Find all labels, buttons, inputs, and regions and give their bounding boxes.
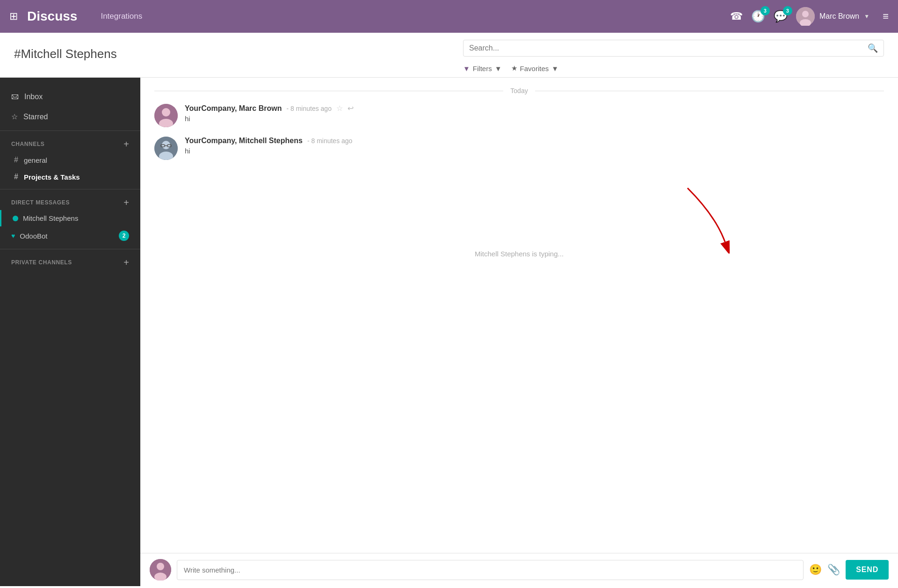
online-indicator-mitchell xyxy=(13,216,18,221)
sidebar-channel-general[interactable]: # general xyxy=(0,152,140,168)
divider-3 xyxy=(0,249,140,249)
dm-mitchell-label: Mitchell Stephens xyxy=(23,214,78,222)
dm-odoobot-label: OdooBot xyxy=(20,232,47,240)
add-dm-button[interactable]: + xyxy=(123,198,129,207)
message-time-2: - 8 minutes ago xyxy=(307,137,353,145)
typing-indicator: Mitchell Stephens is typing... xyxy=(154,250,884,258)
channel-projects-label: Projects & Tasks xyxy=(24,173,80,181)
dm-item-odoobot[interactable]: ♥ OdooBot 2 xyxy=(0,226,140,245)
date-line-right xyxy=(535,91,884,91)
chat-icon-btn[interactable]: 💬 3 xyxy=(774,10,788,23)
add-channel-button[interactable]: + xyxy=(123,139,129,149)
svg-point-7 xyxy=(162,141,170,149)
filter-icon: ▼ xyxy=(463,65,470,73)
activity-icon-btn[interactable]: 🕐 3 xyxy=(751,10,765,23)
app-title: Discuss xyxy=(27,9,77,24)
inbox-label: Inbox xyxy=(24,93,43,101)
inbox-icon: 🖂 xyxy=(11,93,19,101)
odoobot-badge: 2 xyxy=(119,231,129,241)
topnav: ⊞ Discuss Integrations ☎ 🕐 3 💬 3 Marc Br… xyxy=(0,0,898,33)
search-icon[interactable]: 🔍 xyxy=(868,43,878,53)
annotation-arrow xyxy=(659,179,753,254)
svg-point-4 xyxy=(162,108,170,116)
date-label: Today xyxy=(510,87,528,94)
emoji-button[interactable]: 🙂 xyxy=(809,564,822,576)
favorites-button[interactable]: ★ Favorites ▼ xyxy=(511,64,559,73)
private-channels-section-header: PRIVATE CHANNELS + xyxy=(0,253,140,270)
reply-icon-1[interactable]: ↩ xyxy=(348,104,354,113)
search-input[interactable] xyxy=(469,44,868,52)
dm-item-mitchell[interactable]: Mitchell Stephens xyxy=(0,210,140,226)
add-private-channel-button[interactable]: + xyxy=(123,258,129,267)
channels-section-header: CHANNELS + xyxy=(0,135,140,152)
channel-general-label: general xyxy=(24,156,47,164)
star-message-icon-1[interactable]: ☆ xyxy=(336,104,343,113)
starred-label: Starred xyxy=(23,113,48,121)
username-label: Marc Brown xyxy=(819,12,859,21)
message-row-2: YourCompany, Mitchell Stephens - 8 minut… xyxy=(154,137,884,160)
filters-button[interactable]: ▼ Filters ▼ xyxy=(463,65,502,73)
hash-icon-1: # xyxy=(14,156,18,164)
input-avatar xyxy=(150,559,171,581)
filter-row: ▼ Filters ▼ ★ Favorites ▼ xyxy=(463,64,558,73)
user-dropdown-icon: ▼ xyxy=(864,13,869,20)
filters-dropdown-icon: ▼ xyxy=(495,65,502,73)
message-header-1: YourCompany, Marc Brown - 8 minutes ago … xyxy=(185,104,884,113)
star-icon: ★ xyxy=(511,64,517,73)
typing-section: Mitchell Stephens is typing... xyxy=(154,169,884,263)
integrations-link[interactable]: Integrations xyxy=(101,12,142,21)
user-avatar xyxy=(796,7,815,26)
direct-messages-label: DIRECT MESSAGES xyxy=(11,199,70,206)
date-line-left xyxy=(154,91,503,91)
favorites-label: Favorites xyxy=(520,65,549,73)
heart-icon: ♥ xyxy=(11,232,15,240)
sidebar: 🖂 Inbox ☆ Starred CHANNELS + # general #… xyxy=(0,78,140,586)
direct-messages-section-header: DIRECT MESSAGES + xyxy=(0,193,140,210)
chat-messages: Today YourCompany, Marc Brown - 8 minute… xyxy=(140,78,898,553)
phone-icon-btn[interactable]: ☎ xyxy=(730,10,743,22)
sidebar-channel-projects[interactable]: # Projects & Tasks xyxy=(0,168,140,185)
sidebar-item-starred[interactable]: ☆ Starred xyxy=(0,107,140,127)
chat-input-area: 🙂 📎 SEND xyxy=(140,553,898,586)
message-time-1: - 8 minutes ago xyxy=(286,105,332,112)
search-bar: 🔍 xyxy=(463,40,884,57)
avatar-mitchell xyxy=(154,137,178,160)
private-channels-label: PRIVATE CHANNELS xyxy=(11,259,72,266)
hash-icon-2: # xyxy=(14,173,18,181)
chat-badge: 3 xyxy=(783,6,792,15)
divider-2 xyxy=(0,189,140,189)
date-divider: Today xyxy=(154,87,884,94)
svg-point-14 xyxy=(157,563,164,570)
favorites-dropdown-icon: ▼ xyxy=(551,65,558,73)
sidebar-item-inbox[interactable]: 🖂 Inbox xyxy=(0,87,140,107)
hamburger-icon[interactable]: ≡ xyxy=(883,10,889,22)
message-header-2: YourCompany, Mitchell Stephens - 8 minut… xyxy=(185,137,884,145)
send-button[interactable]: SEND xyxy=(846,560,889,580)
star-outline-icon: ☆ xyxy=(11,112,18,121)
message-content-1: YourCompany, Marc Brown - 8 minutes ago … xyxy=(185,104,884,123)
chat-area: Today YourCompany, Marc Brown - 8 minute… xyxy=(140,78,898,586)
subheader: #Mitchell Stephens 🔍 ▼ Filters ▼ ★ Favor… xyxy=(0,33,898,78)
channels-label: CHANNELS xyxy=(11,141,44,147)
page-title: #Mitchell Stephens xyxy=(14,47,117,61)
message-content-2: YourCompany, Mitchell Stephens - 8 minut… xyxy=(185,137,884,155)
topnav-icons: ☎ 🕐 3 💬 3 Marc Brown ▼ ≡ xyxy=(730,7,889,26)
divider-1 xyxy=(0,131,140,131)
message-text-2: hi xyxy=(185,147,884,155)
message-row-1: YourCompany, Marc Brown - 8 minutes ago … xyxy=(154,104,884,127)
main-layout: 🖂 Inbox ☆ Starred CHANNELS + # general #… xyxy=(0,78,898,586)
user-menu[interactable]: Marc Brown ▼ xyxy=(796,7,869,26)
typing-text: Mitchell Stephens is typing... xyxy=(475,250,564,258)
message-input[interactable] xyxy=(177,560,804,580)
message-author-1: YourCompany, Marc Brown xyxy=(185,104,282,113)
filters-label: Filters xyxy=(473,65,492,73)
grid-icon[interactable]: ⊞ xyxy=(9,10,18,22)
message-author-2: YourCompany, Mitchell Stephens xyxy=(185,137,303,145)
avatar-marc xyxy=(154,104,178,127)
svg-point-1 xyxy=(802,11,809,17)
message-text-1: hi xyxy=(185,115,884,123)
activity-badge: 3 xyxy=(760,6,770,15)
attach-button[interactable]: 📎 xyxy=(827,564,840,576)
phone-icon: ☎ xyxy=(730,10,743,22)
